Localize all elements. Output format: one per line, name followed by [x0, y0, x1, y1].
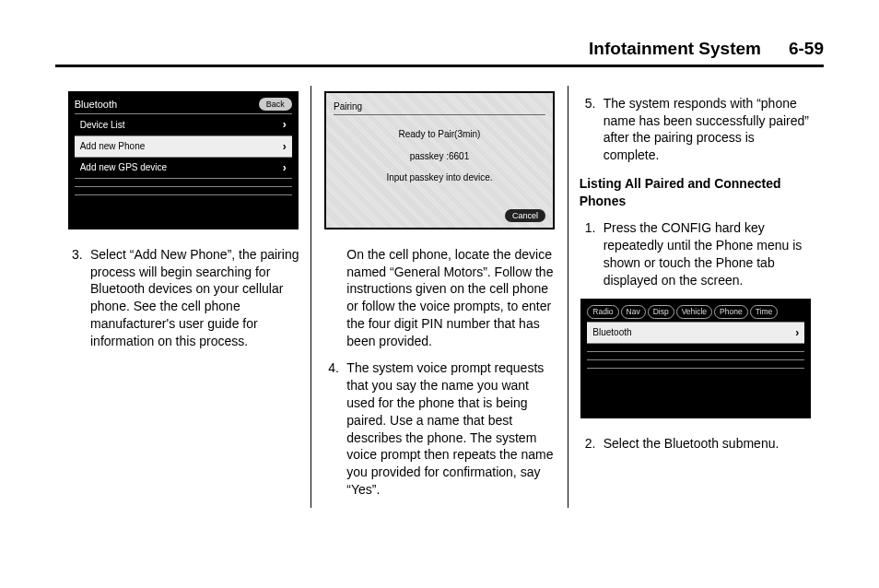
tab-radio: Radio: [587, 305, 618, 319]
step-number: 3.: [72, 246, 90, 350]
blank-row: [587, 368, 804, 377]
step-text: The system responds with “phone name has…: [604, 95, 813, 165]
menu-row-label: Bluetooth: [592, 326, 631, 339]
pairing-title: Pairing: [334, 100, 545, 116]
menu-row-add-gps: Add new GPS device ›: [75, 157, 292, 179]
blank-row: [75, 194, 292, 204]
step-number: 4.: [328, 359, 346, 499]
menu-row-add-phone: Add new Phone ›: [75, 135, 292, 158]
tab-phone: Phone: [714, 305, 748, 319]
menu-row-label: Device List: [80, 119, 125, 132]
bluetooth-menu-screenshot: Bluetooth Back Device List › Add new Pho…: [68, 91, 299, 229]
menu-row-bluetooth: Bluetooth ›: [587, 322, 804, 344]
pairing-line2: passkey :6601: [334, 150, 545, 163]
column-3: 5. The system responds with “phone name …: [568, 86, 824, 508]
section-heading: Listing All Paired and Connected Phones: [580, 175, 813, 210]
tab-time: Time: [750, 305, 779, 319]
step-3: 3. Select “Add New Phone”, the pairing p…: [72, 246, 299, 350]
step-1: 1. Press the CONFIG hard key repeatedly …: [585, 219, 813, 289]
step-text: The system voice prompt requests that yo…: [346, 359, 556, 499]
column-1: Bluetooth Back Device List › Add new Pho…: [55, 86, 311, 508]
step-2: 2. Select the Bluetooth submenu.: [585, 435, 813, 453]
menu-row-label: Add new GPS device: [80, 161, 168, 174]
chevron-right-icon: ›: [283, 139, 287, 154]
paragraph: On the cell phone, locate the device nam…: [346, 246, 556, 350]
tab-nav: Nav: [621, 305, 646, 319]
cancel-button: Cancel: [505, 209, 545, 222]
content-columns: Bluetooth Back Device List › Add new Pho…: [55, 86, 824, 508]
pairing-screenshot: Pairing Ready to Pair(3min) passkey :660…: [324, 91, 555, 229]
chevron-right-icon: ›: [283, 160, 287, 175]
back-button: Back: [259, 98, 292, 111]
chevron-right-icon: ›: [795, 325, 799, 340]
column-2: Pairing Ready to Pair(3min) passkey :660…: [311, 86, 567, 508]
page-header: Infotainment System 6-59: [55, 37, 824, 67]
step-number: 1.: [585, 219, 604, 289]
menu-row-device-list: Device List ›: [75, 113, 292, 135]
step-4: 4. The system voice prompt requests that…: [328, 359, 556, 499]
header-title: Infotainment System: [589, 37, 761, 61]
tabs-row: Radio Nav Disp Vehicle Phone Time: [587, 305, 804, 319]
menu-row-label: Add new Phone: [80, 140, 146, 153]
step-5: 5. The system responds with “phone name …: [585, 95, 813, 165]
screen-header: Bluetooth Back: [75, 98, 292, 112]
tab-vehicle: Vehicle: [676, 305, 712, 319]
chevron-right-icon: ›: [283, 117, 287, 132]
step-number: 2.: [585, 435, 604, 453]
step-text: Press the CONFIG hard key repeatedly unt…: [604, 219, 813, 289]
tab-disp: Disp: [648, 305, 674, 319]
step-text: Select the Bluetooth submenu.: [604, 435, 813, 453]
pairing-line3: Input passkey into device.: [334, 171, 545, 184]
screen-title: Bluetooth: [75, 98, 117, 112]
header-page-number: 6-59: [789, 37, 824, 61]
pairing-body: Ready to Pair(3min) passkey :6601 Input …: [334, 128, 545, 184]
config-menu-screenshot: Radio Nav Disp Vehicle Phone Time Blueto…: [580, 299, 811, 418]
step-text: Select “Add New Phone”, the pairing proc…: [90, 246, 299, 350]
step-number: 5.: [585, 95, 604, 165]
pairing-line1: Ready to Pair(3min): [334, 128, 545, 141]
